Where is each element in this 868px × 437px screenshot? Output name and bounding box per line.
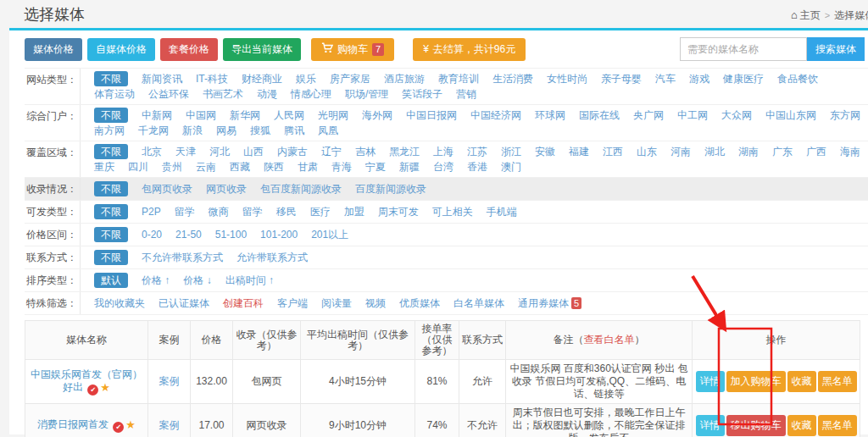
package-price-button[interactable]: 套餐价格: [160, 38, 218, 61]
filter-option[interactable]: 视频: [365, 296, 386, 311]
filter-option[interactable]: 百度新闻源收录: [355, 181, 426, 196]
media-name-link[interactable]: 中国娱乐网首发（官网）好出: [31, 368, 142, 393]
filter-option[interactable]: 生活消费: [492, 71, 533, 86]
filter-option[interactable]: 汽车: [655, 71, 676, 86]
filter-option[interactable]: 默认: [94, 273, 128, 288]
filter-option[interactable]: 腾讯: [284, 123, 304, 138]
filter-option[interactable]: 加盟: [344, 204, 364, 219]
blacklist-button[interactable]: 黑名单: [818, 415, 857, 436]
filter-option[interactable]: 浙江: [501, 144, 521, 159]
filter-option[interactable]: 凤凰: [318, 123, 338, 138]
filter-option[interactable]: 海外网: [362, 108, 392, 123]
filter-option[interactable]: 包百度新闻源收录: [260, 181, 342, 196]
whitelist-link[interactable]: 查看白名单: [584, 334, 635, 346]
filter-option[interactable]: 南方网: [94, 123, 125, 138]
filter-option[interactable]: 不允许带联系方式: [142, 250, 223, 265]
filter-option[interactable]: 不限: [94, 204, 128, 219]
filter-option[interactable]: 体育运动: [94, 86, 135, 102]
cart-button[interactable]: 购物车 7: [311, 38, 394, 61]
filter-option[interactable]: 包网页收录: [142, 181, 192, 196]
filter-option[interactable]: 广东: [772, 144, 793, 159]
filter-option[interactable]: 我的收藏夹: [94, 296, 145, 311]
filter-option[interactable]: 笑话段子: [402, 86, 442, 102]
filter-option[interactable]: 宁夏: [365, 159, 386, 174]
checkout-button[interactable]: ¥ 去结算，共计96元: [413, 38, 526, 61]
detail-button[interactable]: 详情: [696, 371, 725, 392]
filter-option[interactable]: 移民: [276, 204, 297, 219]
filter-option[interactable]: 留学: [175, 204, 195, 219]
filter-option[interactable]: 周末可发: [378, 204, 419, 219]
filter-option[interactable]: 价格 ↑: [142, 273, 170, 288]
filter-option[interactable]: 中国经济网: [470, 108, 521, 123]
favorite-button[interactable]: 收藏: [787, 371, 816, 392]
filter-option[interactable]: 不限: [94, 144, 128, 159]
search-button[interactable]: 搜索媒体: [807, 37, 865, 61]
filter-option[interactable]: 新浪: [182, 123, 203, 138]
filter-option[interactable]: 酒店旅游: [384, 71, 425, 86]
filter-option[interactable]: 河南: [670, 144, 691, 159]
filter-option[interactable]: 不限: [94, 71, 128, 86]
blacklist-button[interactable]: 黑名单: [818, 371, 857, 392]
filter-option[interactable]: 辽宁: [321, 144, 342, 159]
filter-option[interactable]: 食品餐饮: [777, 71, 818, 86]
filter-option[interactable]: 搜狐: [250, 123, 270, 138]
detail-button[interactable]: 详情: [696, 415, 725, 436]
filter-option[interactable]: 海南: [840, 144, 860, 159]
filter-option[interactable]: 云南: [196, 159, 216, 174]
filter-option[interactable]: 中国网: [186, 108, 216, 123]
filter-option[interactable]: 山东: [637, 144, 657, 159]
filter-option[interactable]: IT-科技: [196, 71, 228, 86]
filter-option[interactable]: 江西: [603, 144, 623, 159]
filter-option[interactable]: 新疆: [399, 159, 420, 174]
filter-option[interactable]: 四川: [128, 159, 148, 174]
filter-option[interactable]: 不限: [94, 108, 128, 123]
media-name-link[interactable]: 消费日报网首发: [37, 418, 108, 430]
filter-option[interactable]: 大众网: [721, 108, 752, 123]
filter-option[interactable]: 陕西: [264, 159, 284, 174]
filter-option[interactable]: 央广网: [633, 108, 664, 123]
filter-option[interactable]: 光明网: [318, 108, 348, 123]
case-link[interactable]: 案例: [159, 375, 180, 387]
filter-option[interactable]: 阅读量: [321, 296, 352, 311]
filter-option[interactable]: 西藏: [230, 159, 250, 174]
filter-option[interactable]: 香港: [467, 159, 487, 174]
filter-option[interactable]: 中国日报网: [406, 108, 457, 123]
filter-option[interactable]: 健康医疗: [723, 71, 764, 86]
filter-option[interactable]: 情感心理: [291, 86, 331, 102]
filter-option[interactable]: 中新网: [142, 108, 172, 123]
filter-option[interactable]: 环球网: [535, 108, 565, 123]
filter-option[interactable]: 出稿时间 ↑: [225, 273, 274, 288]
filter-option[interactable]: 允许带联系方式: [236, 250, 308, 265]
filter-option[interactable]: 重庆: [94, 159, 114, 174]
filter-option[interactable]: 财经商业: [242, 71, 282, 86]
filter-option[interactable]: 贵州: [162, 159, 182, 174]
filter-option[interactable]: 动漫: [257, 86, 277, 102]
filter-option[interactable]: P2P: [142, 204, 161, 219]
filter-option[interactable]: 千龙网: [138, 123, 169, 138]
filter-option[interactable]: 不限: [94, 227, 128, 242]
filter-option[interactable]: 客户端: [277, 296, 308, 311]
filter-option[interactable]: 福建: [569, 144, 589, 159]
filter-option[interactable]: 21-50: [175, 227, 202, 242]
filter-option[interactable]: 通用券媒体5: [518, 296, 581, 311]
filter-option[interactable]: 江苏: [467, 144, 487, 159]
filter-option[interactable]: 东方网: [830, 108, 860, 123]
filter-option[interactable]: 青海: [331, 159, 352, 174]
filter-option[interactable]: 教育培训: [438, 71, 479, 86]
filter-option[interactable]: 101-200: [260, 227, 298, 242]
filter-option[interactable]: 网易: [216, 123, 236, 138]
filter-option[interactable]: 吉林: [355, 144, 376, 159]
cart-action-button[interactable]: 移出购物车: [726, 415, 786, 436]
filter-option[interactable]: 澳门: [501, 159, 521, 174]
filter-option[interactable]: 黑龙江: [389, 144, 420, 159]
filter-option[interactable]: 山西: [243, 144, 264, 159]
filter-option[interactable]: 湖北: [704, 144, 725, 159]
filter-option[interactable]: 价格 ↓: [183, 273, 211, 288]
filter-option[interactable]: 中工网: [677, 108, 708, 123]
filter-option[interactable]: 公益环保: [148, 86, 189, 102]
self-media-price-button[interactable]: 自媒体价格: [87, 38, 155, 61]
filter-option[interactable]: 白名单媒体: [453, 296, 504, 311]
filter-option[interactable]: 营销: [456, 86, 476, 102]
filter-option[interactable]: 女性时尚: [547, 71, 587, 86]
filter-option[interactable]: 手机端: [487, 204, 517, 219]
